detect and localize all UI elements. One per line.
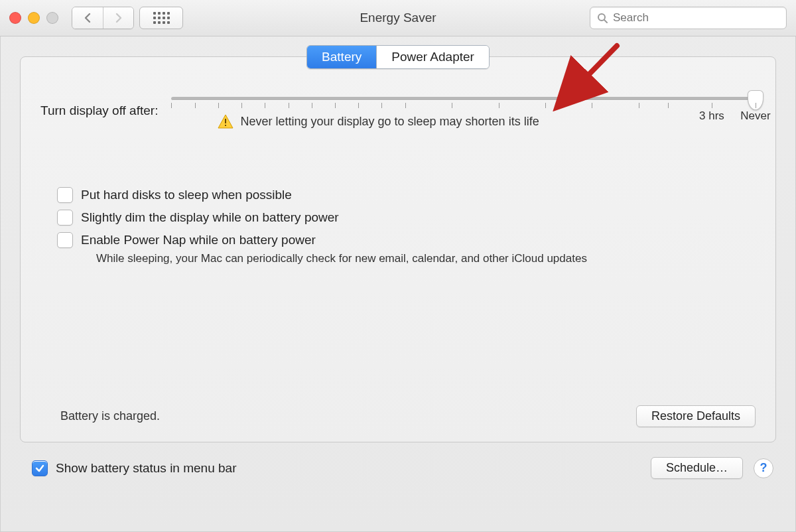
- help-button[interactable]: ?: [754, 458, 773, 478]
- checkbox-show-battery-status[interactable]: [32, 460, 48, 476]
- forward-button[interactable]: [103, 7, 133, 29]
- schedule-button[interactable]: Schedule…: [651, 457, 743, 479]
- warning-text: Never letting your display go to sleep m…: [240, 115, 539, 129]
- checkbox-hard-disks[interactable]: [57, 187, 73, 203]
- checkbox-power-nap-label: Enable Power Nap while on battery power: [81, 233, 316, 247]
- minimize-button[interactable]: [28, 12, 40, 24]
- restore-defaults-button[interactable]: Restore Defaults: [636, 405, 756, 427]
- tabs: Battery Power Adapter: [306, 45, 490, 69]
- search-input[interactable]: [612, 11, 779, 25]
- tab-battery[interactable]: Battery: [307, 46, 376, 68]
- warning-icon: [218, 114, 233, 129]
- close-button[interactable]: [9, 12, 21, 24]
- battery-status: Battery is charged.: [60, 409, 160, 423]
- slider-label: Turn display off after:: [40, 103, 158, 118]
- settings-panel: Battery Power Adapter Turn display off a…: [20, 56, 776, 442]
- tab-power-adapter[interactable]: Power Adapter: [376, 46, 489, 68]
- checkbox-dim-display[interactable]: [57, 210, 73, 226]
- display-off-slider[interactable]: 3 hrs Never Never letting your display g…: [171, 97, 756, 124]
- show-all-button[interactable]: [139, 7, 183, 29]
- power-nap-hint: While sleeping, your Mac can periodicall…: [96, 252, 756, 265]
- checkbox-dim-display-label: Slightly dim the display while on batter…: [81, 210, 339, 225]
- svg-rect-3: [225, 125, 226, 126]
- slider-ticks: [171, 103, 756, 109]
- checkbox-power-nap[interactable]: [57, 232, 73, 248]
- titlebar: Energy Saver: [0, 0, 796, 36]
- zoom-button[interactable]: [46, 12, 58, 24]
- slider-track: [171, 97, 756, 101]
- energy-saver-window: Energy Saver Battery Power Adapter Turn …: [0, 0, 796, 532]
- search-icon: [597, 13, 608, 23]
- checkbox-show-battery-status-label: Show battery status in menu bar: [56, 461, 236, 476]
- help-icon: ?: [760, 461, 767, 475]
- content: Battery Power Adapter Turn display off a…: [0, 36, 796, 442]
- chevron-right-icon: [115, 13, 123, 23]
- checkbox-hard-disks-label: Put hard disks to sleep when possible: [81, 188, 292, 202]
- back-button[interactable]: [72, 7, 103, 29]
- traffic-lights: [9, 12, 58, 24]
- svg-line-1: [604, 20, 607, 23]
- bottom-row: Show battery status in menu bar Schedule…: [0, 442, 796, 479]
- search-field[interactable]: [590, 7, 787, 29]
- nav-buttons: [72, 7, 183, 29]
- chevron-left-icon: [84, 13, 92, 23]
- grid-icon: [153, 12, 170, 24]
- svg-rect-2: [225, 119, 226, 123]
